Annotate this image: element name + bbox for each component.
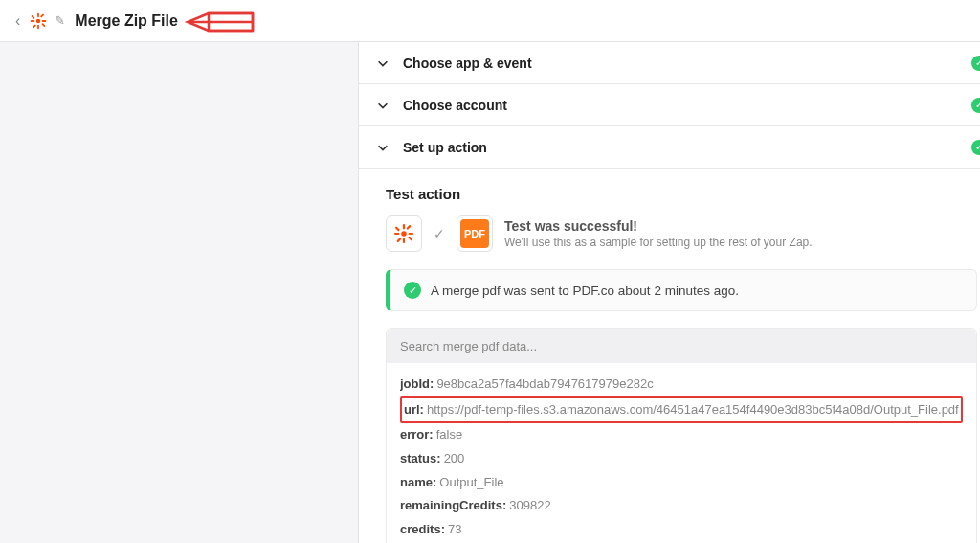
check-circle-icon: ✓ (404, 282, 421, 299)
field-label: error: (400, 427, 434, 441)
result-row-status: status:200 (400, 447, 963, 471)
zapier-logo-icon (30, 12, 47, 30)
svg-rect-10 (403, 224, 405, 230)
result-row-url: url:https://pdf-temp-files.s3.amazonaws.… (400, 396, 963, 424)
step-label: Set up action (403, 140, 971, 155)
field-label: name: (400, 475, 436, 489)
field-value: 9e8bca2a57fa4bdab7947617979e282c (436, 376, 653, 391)
svg-rect-3 (31, 20, 35, 22)
field-value: Output_File (439, 475, 503, 489)
svg-rect-14 (395, 226, 400, 231)
svg-rect-5 (32, 14, 35, 18)
svg-point-9 (401, 231, 407, 237)
step-account[interactable]: Choose account ✓ (359, 84, 980, 126)
zapier-step-icon (386, 215, 422, 252)
chevron-down-icon (376, 99, 390, 112)
checkmark-icon: ✓ (434, 226, 445, 241)
svg-rect-11 (403, 238, 405, 244)
chevron-down-icon (376, 57, 390, 70)
field-label: url: (404, 402, 424, 417)
result-row-remaining-credits: remainingCredits:309822 (400, 494, 963, 518)
annotation-arrow-icon (180, 10, 258, 34)
step-label: Choose account (403, 98, 971, 113)
result-row-jobid: jobId:9e8bca2a57fa4bdab7947617979e282c (400, 373, 963, 396)
step-label: Choose app & event (403, 56, 971, 71)
field-value: 309822 (509, 498, 550, 512)
sidebar (0, 42, 359, 543)
field-value: 73 (448, 522, 461, 536)
svg-rect-6 (42, 22, 46, 26)
status-banner-text: A merge pdf was sent to PDF.co about 2 m… (431, 283, 739, 298)
section-title: Test action (386, 186, 977, 202)
check-icon: ✓ (971, 98, 980, 113)
status-banner: ✓ A merge pdf was sent to PDF.co about 2… (386, 269, 977, 311)
result-row-error: error:false (400, 423, 963, 447)
check-icon: ✓ (971, 56, 980, 71)
svg-rect-1 (37, 12, 39, 17)
svg-rect-12 (394, 233, 400, 235)
field-value: 200 (444, 451, 465, 465)
step-app-event[interactable]: Choose app & event ✓ (359, 42, 980, 84)
result-row-credits: credits:73 (400, 518, 963, 542)
svg-rect-15 (408, 236, 412, 240)
pdfco-app-icon: PDF (457, 215, 493, 252)
svg-point-0 (36, 18, 41, 23)
svg-rect-2 (37, 24, 39, 29)
svg-rect-17 (396, 238, 401, 242)
result-row-name: name:Output_File (400, 471, 963, 495)
back-icon[interactable]: ‹ (11, 9, 24, 34)
field-value: false (436, 427, 462, 441)
header-bar: ‹ ✎ Merge Zip File (0, 0, 980, 42)
field-label: jobId: (400, 376, 434, 391)
main-panel: Choose app & event ✓ Choose account ✓ Se… (359, 42, 980, 543)
page-title: Merge Zip File (75, 12, 178, 30)
svg-rect-4 (42, 20, 47, 22)
field-label: status: (400, 451, 441, 465)
test-success-title: Test was successful! (504, 218, 813, 234)
field-value: https://pdf-temp-files.s3.amazonaws.com/… (427, 402, 959, 417)
pencil-icon[interactable]: ✎ (55, 13, 65, 28)
chevron-down-icon (376, 141, 390, 154)
svg-rect-7 (40, 13, 44, 17)
svg-rect-8 (33, 24, 36, 28)
check-icon: ✓ (971, 140, 980, 155)
result-data-card: Search merge pdf data... jobId:9e8bca2a5… (386, 328, 977, 543)
test-success-subtitle: We'll use this as a sample for setting u… (504, 236, 813, 249)
field-label: remainingCredits: (400, 498, 506, 512)
field-label: credits: (400, 522, 445, 536)
step-setup[interactable]: Set up action ✓ (359, 126, 980, 169)
svg-rect-13 (409, 233, 414, 235)
test-status-row: ✓ PDF Test was successful! We'll use thi… (386, 215, 977, 252)
pdf-badge: PDF (460, 219, 489, 248)
search-input[interactable]: Search merge pdf data... (387, 329, 976, 363)
svg-rect-16 (406, 225, 411, 230)
